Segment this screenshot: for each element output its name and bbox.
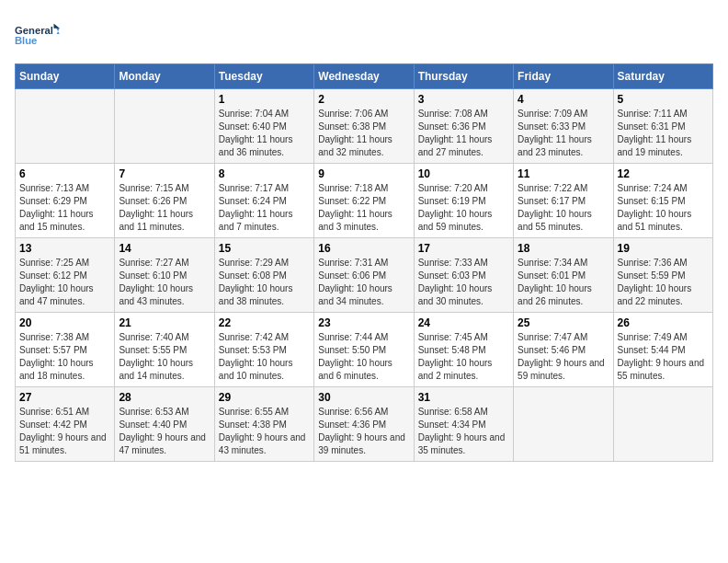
calendar-cell [115, 89, 214, 164]
day-number: 23 [318, 316, 409, 329]
calendar-cell: 30Sunrise: 6:56 AM Sunset: 4:36 PM Dayli… [314, 387, 414, 462]
week-row-3: 13Sunrise: 7:25 AM Sunset: 6:12 PM Dayli… [16, 238, 713, 313]
calendar-table: SundayMondayTuesdayWednesdayThursdayFrid… [15, 63, 713, 462]
day-number: 22 [219, 316, 310, 329]
day-info: Sunrise: 6:51 AM Sunset: 4:42 PM Dayligh… [19, 406, 110, 457]
day-number: 14 [119, 242, 210, 255]
header-row: SundayMondayTuesdayWednesdayThursdayFrid… [16, 64, 713, 89]
logo: General Blue [15, 15, 61, 56]
day-info: Sunrise: 7:33 AM Sunset: 6:03 PM Dayligh… [418, 257, 509, 308]
day-info: Sunrise: 7:29 AM Sunset: 6:08 PM Dayligh… [219, 257, 310, 308]
day-number: 31 [418, 391, 509, 404]
calendar-cell: 2Sunrise: 7:06 AM Sunset: 6:38 PM Daylig… [314, 89, 414, 164]
day-info: Sunrise: 7:25 AM Sunset: 6:12 PM Dayligh… [19, 257, 110, 308]
calendar-cell [514, 387, 613, 462]
calendar-cell: 6Sunrise: 7:13 AM Sunset: 6:29 PM Daylig… [16, 164, 115, 238]
calendar-cell: 4Sunrise: 7:09 AM Sunset: 6:33 PM Daylig… [514, 89, 613, 164]
calendar-cell: 10Sunrise: 7:20 AM Sunset: 6:19 PM Dayli… [414, 164, 513, 238]
day-info: Sunrise: 7:22 AM Sunset: 6:17 PM Dayligh… [518, 182, 609, 234]
day-info: Sunrise: 7:34 AM Sunset: 6:01 PM Dayligh… [518, 257, 609, 308]
calendar-cell: 9Sunrise: 7:18 AM Sunset: 6:22 PM Daylig… [314, 164, 414, 238]
calendar-cell: 16Sunrise: 7:31 AM Sunset: 6:06 PM Dayli… [314, 238, 414, 313]
day-number: 19 [618, 242, 709, 255]
day-number: 4 [518, 93, 609, 106]
day-number: 24 [418, 316, 509, 329]
day-info: Sunrise: 6:58 AM Sunset: 4:34 PM Dayligh… [418, 406, 509, 457]
day-info: Sunrise: 7:20 AM Sunset: 6:19 PM Dayligh… [418, 182, 509, 234]
day-info: Sunrise: 7:45 AM Sunset: 5:48 PM Dayligh… [418, 331, 509, 383]
calendar-cell: 31Sunrise: 6:58 AM Sunset: 4:34 PM Dayli… [414, 387, 513, 462]
day-info: Sunrise: 7:24 AM Sunset: 6:15 PM Dayligh… [618, 182, 709, 234]
day-info: Sunrise: 7:49 AM Sunset: 5:44 PM Dayligh… [618, 331, 709, 383]
day-info: Sunrise: 7:18 AM Sunset: 6:22 PM Dayligh… [318, 182, 409, 234]
header-tuesday: Tuesday [214, 64, 313, 89]
calendar-cell: 15Sunrise: 7:29 AM Sunset: 6:08 PM Dayli… [214, 238, 313, 313]
day-info: Sunrise: 7:44 AM Sunset: 5:50 PM Dayligh… [318, 331, 409, 383]
day-info: Sunrise: 7:17 AM Sunset: 6:24 PM Dayligh… [219, 182, 310, 234]
day-info: Sunrise: 7:27 AM Sunset: 6:10 PM Dayligh… [119, 257, 210, 308]
day-info: Sunrise: 7:15 AM Sunset: 6:26 PM Dayligh… [119, 182, 210, 234]
calendar-cell: 3Sunrise: 7:08 AM Sunset: 6:36 PM Daylig… [414, 89, 513, 164]
day-number: 7 [119, 167, 210, 180]
day-info: Sunrise: 7:31 AM Sunset: 6:06 PM Dayligh… [318, 257, 409, 308]
page-header: General Blue [15, 15, 713, 56]
day-info: Sunrise: 7:38 AM Sunset: 5:57 PM Dayligh… [19, 331, 110, 383]
day-number: 28 [119, 391, 210, 404]
calendar-cell: 22Sunrise: 7:42 AM Sunset: 5:53 PM Dayli… [214, 313, 313, 387]
calendar-cell: 21Sunrise: 7:40 AM Sunset: 5:55 PM Dayli… [115, 313, 214, 387]
day-info: Sunrise: 7:42 AM Sunset: 5:53 PM Dayligh… [219, 331, 310, 383]
header-monday: Monday [115, 64, 214, 89]
day-number: 18 [518, 242, 609, 255]
day-number: 5 [618, 93, 709, 106]
calendar-cell: 17Sunrise: 7:33 AM Sunset: 6:03 PM Dayli… [414, 238, 513, 313]
calendar-cell: 14Sunrise: 7:27 AM Sunset: 6:10 PM Dayli… [115, 238, 214, 313]
header-thursday: Thursday [414, 64, 513, 89]
week-row-4: 20Sunrise: 7:38 AM Sunset: 5:57 PM Dayli… [16, 313, 713, 387]
day-number: 20 [19, 316, 110, 329]
day-info: Sunrise: 6:55 AM Sunset: 4:38 PM Dayligh… [219, 406, 310, 457]
svg-text:Blue: Blue [15, 35, 37, 46]
day-number: 8 [219, 167, 310, 180]
day-info: Sunrise: 7:08 AM Sunset: 6:36 PM Dayligh… [418, 108, 509, 159]
calendar-cell: 11Sunrise: 7:22 AM Sunset: 6:17 PM Dayli… [514, 164, 613, 238]
day-info: Sunrise: 7:11 AM Sunset: 6:31 PM Dayligh… [618, 108, 709, 159]
calendar-cell: 24Sunrise: 7:45 AM Sunset: 5:48 PM Dayli… [414, 313, 513, 387]
calendar-cell: 25Sunrise: 7:47 AM Sunset: 5:46 PM Dayli… [514, 313, 613, 387]
day-number: 26 [618, 316, 709, 329]
day-info: Sunrise: 7:09 AM Sunset: 6:33 PM Dayligh… [518, 108, 609, 159]
day-number: 13 [19, 242, 110, 255]
day-number: 1 [219, 93, 310, 106]
calendar-cell: 19Sunrise: 7:36 AM Sunset: 5:59 PM Dayli… [613, 238, 712, 313]
calendar-cell: 7Sunrise: 7:15 AM Sunset: 6:26 PM Daylig… [115, 164, 214, 238]
calendar-cell: 12Sunrise: 7:24 AM Sunset: 6:15 PM Dayli… [613, 164, 712, 238]
calendar-cell: 8Sunrise: 7:17 AM Sunset: 6:24 PM Daylig… [214, 164, 313, 238]
day-info: Sunrise: 7:04 AM Sunset: 6:40 PM Dayligh… [219, 108, 310, 159]
week-row-5: 27Sunrise: 6:51 AM Sunset: 4:42 PM Dayli… [16, 387, 713, 462]
calendar-cell: 26Sunrise: 7:49 AM Sunset: 5:44 PM Dayli… [613, 313, 712, 387]
day-number: 15 [219, 242, 310, 255]
day-number: 12 [618, 167, 709, 180]
day-info: Sunrise: 7:06 AM Sunset: 6:38 PM Dayligh… [318, 108, 409, 159]
day-info: Sunrise: 7:40 AM Sunset: 5:55 PM Dayligh… [119, 331, 210, 383]
header-saturday: Saturday [613, 64, 712, 89]
calendar-cell [613, 387, 712, 462]
week-row-1: 1Sunrise: 7:04 AM Sunset: 6:40 PM Daylig… [16, 89, 713, 164]
calendar-cell [16, 89, 115, 164]
calendar-cell: 29Sunrise: 6:55 AM Sunset: 4:38 PM Dayli… [214, 387, 313, 462]
calendar-cell: 20Sunrise: 7:38 AM Sunset: 5:57 PM Dayli… [16, 313, 115, 387]
day-number: 6 [19, 167, 110, 180]
day-number: 30 [318, 391, 409, 404]
day-info: Sunrise: 7:47 AM Sunset: 5:46 PM Dayligh… [518, 331, 609, 383]
day-number: 10 [418, 167, 509, 180]
calendar-cell: 23Sunrise: 7:44 AM Sunset: 5:50 PM Dayli… [314, 313, 414, 387]
day-info: Sunrise: 7:36 AM Sunset: 5:59 PM Dayligh… [618, 257, 709, 308]
svg-text:General: General [15, 25, 53, 36]
calendar-cell: 1Sunrise: 7:04 AM Sunset: 6:40 PM Daylig… [214, 89, 313, 164]
day-number: 11 [518, 167, 609, 180]
calendar-cell: 18Sunrise: 7:34 AM Sunset: 6:01 PM Dayli… [514, 238, 613, 313]
day-number: 25 [518, 316, 609, 329]
header-sunday: Sunday [16, 64, 115, 89]
calendar-cell: 27Sunrise: 6:51 AM Sunset: 4:42 PM Dayli… [16, 387, 115, 462]
header-wednesday: Wednesday [314, 64, 414, 89]
day-number: 2 [318, 93, 409, 106]
